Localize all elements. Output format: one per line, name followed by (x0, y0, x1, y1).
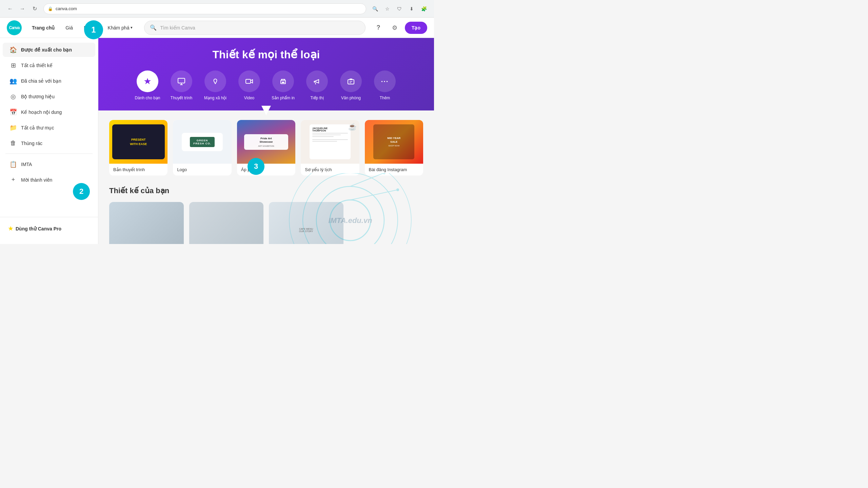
browser-shield-button[interactable]: 🛡 (395, 4, 404, 14)
badge-2: 2 (73, 183, 90, 200)
svg-rect-6 (348, 80, 354, 84)
coffee-decoration: ☕ (348, 123, 357, 131)
presentation-label: Bản thuyết trình (109, 164, 167, 176)
canva-logo[interactable]: Canva (7, 20, 22, 35)
your-design-3[interactable]: CAFE MENUOUR STORY (269, 202, 343, 244)
category-video[interactable]: Video (236, 70, 263, 100)
category-marketing[interactable]: Tiếp thị (303, 70, 331, 100)
sidebar-item-recommended[interactable]: 🏠 Được đề xuất cho bạn (3, 43, 95, 57)
resume-thumb: JACQUELINETHOMPSON ☕ (301, 120, 359, 164)
sidebar-item-all-designs[interactable]: ⊞ Tất cả thiết kế (3, 58, 95, 73)
calendar-icon: 📅 (9, 108, 17, 116)
create-button[interactable]: Tạo (405, 22, 427, 34)
your-design-text-3: CAFE MENUOUR STORY (296, 225, 316, 235)
badge-1: 1 (84, 20, 103, 39)
your-design-thumb-3: CAFE MENUOUR STORY (269, 202, 343, 244)
lock-icon: 🔒 (48, 6, 53, 11)
browser-nav-buttons: ← → ↻ (5, 4, 39, 14)
for-you-circle (137, 70, 158, 92)
svg-rect-3 (246, 79, 251, 83)
nav-explore[interactable]: Khám phá ▾ (103, 22, 138, 33)
browser-chrome: ← → ↻ 🔒 canva.com 🔍 ☆ 🛡 ⬇ 🧩 (0, 0, 434, 18)
sidebar-item-content-plan[interactable]: 📅 Kế hoạch nội dung (3, 105, 95, 119)
design-card-logo[interactable]: GREENFRESH CO. Logo (173, 120, 231, 176)
logo-inner: GREENFRESH CO. (182, 133, 223, 151)
address-bar[interactable]: 🔒 canva.com (43, 3, 366, 14)
browser-extension-button[interactable]: 🧩 (419, 4, 429, 14)
resume-line-1 (312, 133, 348, 134)
category-social[interactable]: Mạng xã hội (202, 70, 229, 100)
instagram-inner: MID YEARSALESHOP NOW (373, 124, 414, 159)
your-design-2[interactable] (189, 202, 264, 244)
logo-label: Logo (173, 164, 231, 176)
nav-home[interactable]: Trang chủ (27, 22, 59, 33)
sidebar-item-trash[interactable]: 🗑 Thùng rác (3, 136, 95, 150)
design-card-instagram[interactable]: MID YEARSALESHOP NOW Bài đăng Instagram (365, 120, 423, 176)
sidebar-item-brand[interactable]: ◎ Bộ thương hiệu (3, 89, 95, 104)
your-designs-section: Thiết kế của bạn CAFE MENUOUR STORY (109, 186, 423, 244)
category-for-you[interactable]: Dành cho bạn (134, 70, 161, 100)
poster-thumb: Pride ArtShowcase ART EXHIBITION (237, 120, 295, 164)
search-bar[interactable]: 🔍 Tìm kiếm Canva (144, 21, 365, 35)
presentation-circle (171, 70, 192, 92)
svg-rect-5 (282, 82, 284, 83)
sidebar-item-imta[interactable]: 📋 IMTA (3, 157, 95, 171)
category-print[interactable]: Sản phẩm in (270, 70, 297, 100)
poster-inner: Pride ArtShowcase ART EXHIBITION (244, 134, 288, 150)
category-more[interactable]: ··· Thêm (371, 70, 398, 100)
sidebar-divider-1 (5, 154, 93, 154)
grid-icon: ⊞ (9, 62, 17, 69)
browser-search-button[interactable]: 🔍 (370, 4, 380, 14)
sidebar-item-shared[interactable]: 👥 Đã chia sẻ với bạn (3, 74, 95, 88)
resume-line-4 (312, 139, 348, 140)
explore-chevron: ▾ (131, 25, 133, 30)
design-grid: PRESENTWITH EASE Bản thuyết trình GREENF… (109, 120, 423, 176)
browser-download-button[interactable]: ⬇ (407, 4, 416, 14)
office-circle (340, 70, 362, 92)
badge-3: 3 (248, 158, 264, 175)
help-button[interactable]: ? (372, 22, 384, 34)
sidebar-item-folders[interactable]: 📁 Tất cả thư mục (3, 121, 95, 135)
print-circle (272, 70, 294, 92)
resume-line-5 (312, 141, 337, 142)
search-icon: 🔍 (150, 24, 157, 31)
marketing-circle (306, 70, 328, 92)
video-circle (238, 70, 260, 92)
your-design-1[interactable] (109, 202, 184, 244)
browser-star-button[interactable]: ☆ (382, 4, 392, 14)
presentation-thumb: PRESENTWITH EASE (109, 120, 167, 164)
sidebar: 2 🏠 Được đề xuất cho bạn ⊞ Tất cả thiết … (0, 38, 98, 244)
your-design-thumb-1 (109, 202, 184, 244)
your-designs-title: Thiết kế của bạn (109, 186, 423, 195)
instagram-label: Bài đăng Instagram (365, 164, 423, 176)
design-card-poster[interactable]: Pride ArtShowcase ART EXHIBITION Áp phíc… (237, 120, 295, 176)
resume-inner: JACQUELINETHOMPSON (310, 124, 351, 159)
star-icon: ★ (8, 225, 13, 232)
logo-thumb: GREENFRESH CO. (173, 120, 231, 164)
category-office[interactable]: Văn phòng (337, 70, 364, 100)
resume-label: Sơ yếu lý lịch (301, 164, 359, 176)
app-body: 2 🏠 Được đề xuất cho bạn ⊞ Tất cả thiết … (0, 38, 434, 244)
brand-icon: ◎ (9, 93, 17, 100)
hero-banner: Thiết kế mọi thể loại Dành cho bạn Thuyế… (98, 38, 434, 110)
design-card-resume[interactable]: JACQUELINETHOMPSON ☕ Sơ yếu lý lịch (301, 120, 359, 176)
category-icons: Dành cho bạn Thuyết trình Mạng xã hội (112, 70, 420, 100)
nav-price[interactable]: Giá (61, 22, 78, 33)
reload-button[interactable]: ↻ (30, 4, 39, 14)
team-icon: 📋 (9, 161, 17, 168)
svg-rect-0 (178, 78, 185, 83)
settings-button[interactable]: ⚙ (389, 22, 401, 34)
design-card-presentation[interactable]: PRESENTWITH EASE Bản thuyết trình (109, 120, 167, 176)
trash-icon: 🗑 (9, 140, 17, 147)
try-pro-button[interactable]: ★ Dùng thử Canva Pro (3, 221, 95, 236)
category-presentation[interactable]: Thuyết trình (168, 70, 195, 100)
add-icon: + (9, 176, 17, 183)
forward-button[interactable]: → (18, 4, 27, 14)
resume-line-3 (312, 136, 334, 137)
shared-icon: 👥 (9, 77, 17, 85)
browser-actions: 🔍 ☆ 🛡 ⬇ 🧩 (370, 4, 429, 14)
resume-line-2 (312, 135, 341, 135)
back-button[interactable]: ← (5, 4, 15, 14)
laptop-mockup: PRESENTWITH EASE (112, 124, 165, 159)
gear-icon: ⚙ (392, 24, 397, 32)
